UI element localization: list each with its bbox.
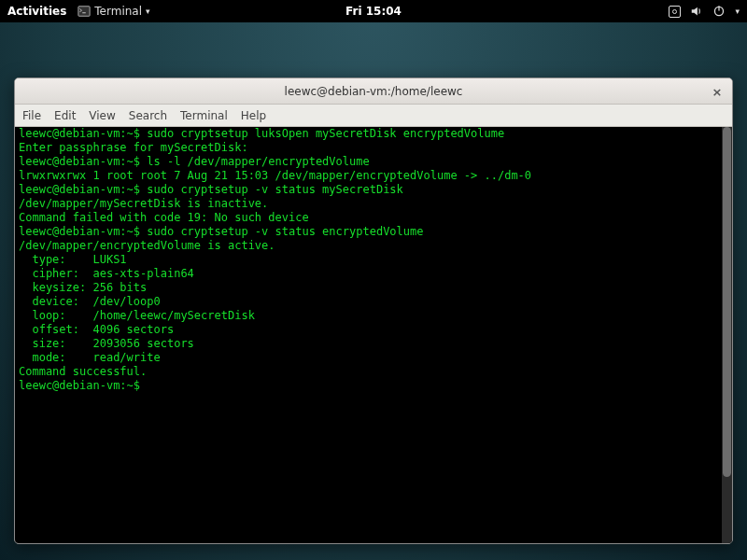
scrollbar[interactable] xyxy=(722,127,732,543)
window-titlebar[interactable]: leewc@debian-vm:/home/leewc × xyxy=(15,78,732,105)
svg-rect-0 xyxy=(78,7,90,17)
menu-terminal[interactable]: Terminal xyxy=(180,109,228,122)
window-title: leewc@debian-vm:/home/leewc xyxy=(285,85,463,98)
app-menu[interactable]: Terminal ▾ xyxy=(78,5,149,18)
menu-help[interactable]: Help xyxy=(241,109,266,122)
menu-view[interactable]: View xyxy=(89,109,115,122)
clock-label[interactable]: Fri 15:04 xyxy=(345,5,402,18)
svg-rect-2 xyxy=(719,6,720,10)
terminal-window: leewc@debian-vm:/home/leewc × FileEditVi… xyxy=(14,77,733,544)
terminal-app-icon xyxy=(78,5,91,18)
menubar: FileEditViewSearchTerminalHelp xyxy=(15,105,732,127)
menu-file[interactable]: File xyxy=(22,109,41,122)
menu-edit[interactable]: Edit xyxy=(54,109,76,122)
volume-icon[interactable] xyxy=(690,5,703,18)
app-menu-label: Terminal xyxy=(94,5,142,18)
close-button[interactable]: × xyxy=(710,84,725,99)
menu-search[interactable]: Search xyxy=(129,109,167,122)
power-icon[interactable] xyxy=(712,5,726,18)
activities-button[interactable]: Activities xyxy=(7,5,66,18)
chevron-down-icon[interactable]: ▾ xyxy=(735,7,740,16)
scrollbar-thumb[interactable] xyxy=(723,127,731,477)
accessibility-icon[interactable] xyxy=(669,6,681,18)
terminal-output[interactable]: leewc@debian-vm:~$ sudo cryptsetup luksO… xyxy=(15,127,722,543)
chevron-down-icon: ▾ xyxy=(146,7,150,16)
gnome-topbar: Activities Terminal ▾ Fri 15:04 ▾ xyxy=(0,0,747,22)
system-tray: ▾ xyxy=(669,5,740,18)
